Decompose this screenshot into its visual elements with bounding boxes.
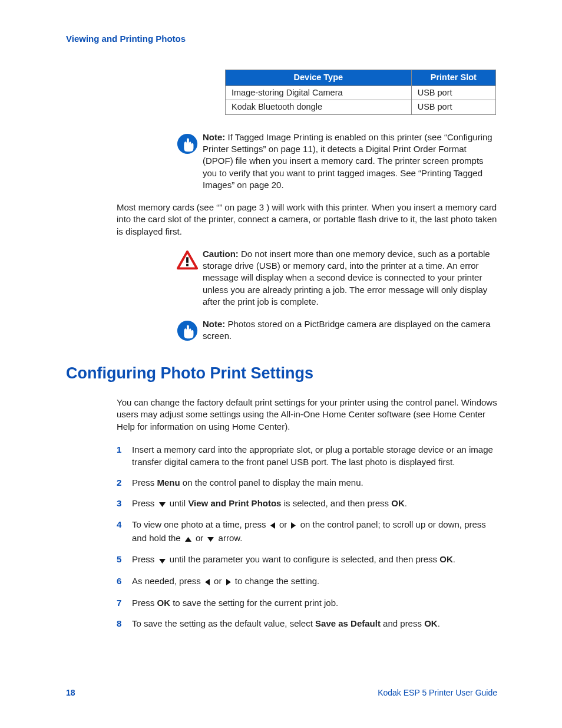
step-item: Insert a memory card into the appropriat… (117, 443, 497, 468)
step-text: To view one photo at a time, press (132, 519, 269, 529)
svg-rect-2 (186, 264, 189, 266)
save-default-label: Save as Default (315, 618, 381, 628)
caution-label: Caution: (203, 249, 239, 259)
note-body: If Tagged Image Printing is enabled on t… (203, 132, 492, 190)
step-text: to save the setting for the current prin… (170, 598, 338, 608)
step-text: until (167, 498, 189, 508)
page-number: 18 (66, 687, 75, 699)
device-type-cell: Image-storing Digital Camera (226, 85, 412, 100)
caution-body: Do not insert more than one memory devic… (203, 249, 490, 307)
note-text: Note: Photos stored on a PictBridge came… (203, 318, 497, 342)
down-arrow-icon (207, 532, 214, 545)
step-text: or (211, 576, 224, 586)
table-row: Image-storing Digital Camera USB port (226, 85, 496, 100)
step-text: To save the setting as the default value… (132, 618, 315, 628)
ok-label: OK (157, 598, 171, 608)
caution-text: Caution: Do not insert more than one mem… (203, 248, 497, 308)
step-text: Press (132, 554, 157, 564)
ok-label: OK (424, 618, 438, 628)
note-block: Note: If Tagged Image Printing is enable… (172, 131, 497, 191)
step-text: or (193, 533, 206, 543)
step-text: Press (132, 477, 157, 487)
note-block: Note: Photos stored on a PictBridge came… (172, 318, 497, 342)
intro-paragraph: You can change the factory default print… (117, 397, 497, 433)
step-text: to change the setting. (233, 576, 320, 586)
step-item: Press until View and Print Photos is sel… (117, 497, 497, 510)
step-item: Press Menu on the control panel to displ… (117, 476, 497, 489)
step-item: Press OK to save the setting for the cur… (117, 597, 497, 609)
step-text: . (453, 554, 455, 564)
menu-label: Menu (157, 477, 180, 487)
right-arrow-icon (226, 576, 231, 588)
running-header: Viewing and Printing Photos (66, 33, 497, 45)
caution-block: Caution: Do not insert more than one mem… (172, 248, 497, 308)
hand-icon (172, 131, 203, 155)
step-text: or (277, 519, 290, 529)
step-item: To view one photo at a time, press or on… (117, 518, 497, 545)
step-text: on the control panel to display the main… (180, 477, 363, 487)
device-table-header-slot: Printer Slot (411, 70, 495, 86)
step-text: until the parameter you want to configur… (167, 554, 440, 564)
body-paragraph: Most memory cards (see “” on page 3 ) wi… (117, 202, 497, 238)
step-text: and press (381, 618, 424, 628)
left-arrow-icon (270, 519, 275, 532)
table-row: Kodak Bluetooth dongle USB port (226, 100, 496, 115)
device-table: Device Type Printer Slot Image-storing D… (225, 70, 496, 115)
step-item: As needed, press or to change the settin… (117, 575, 497, 588)
printer-slot-cell: USB port (411, 85, 495, 100)
device-type-cell: Kodak Bluetooth dongle (226, 100, 412, 115)
step-item: To save the setting as the default value… (117, 617, 497, 630)
step-text: Press (132, 598, 157, 608)
right-arrow-icon (291, 519, 296, 532)
step-item: Press until the parameter you want to co… (117, 553, 497, 566)
footer-guide-title: Kodak ESP 5 Printer User Guide (378, 687, 497, 699)
step-text: arrow. (216, 533, 242, 543)
ok-label: OK (391, 498, 405, 508)
step-text: is selected, and then press (281, 498, 391, 508)
note-label: Note: (203, 319, 225, 329)
note-label: Note: (203, 132, 225, 142)
step-text: Press (132, 498, 157, 508)
down-arrow-icon (159, 498, 166, 510)
steps-list: Insert a memory card into the appropriat… (117, 443, 497, 630)
device-table-header-type: Device Type (226, 70, 412, 86)
hand-icon (172, 318, 203, 342)
note-body: Photos stored on a PictBridge camera are… (203, 319, 491, 341)
left-arrow-icon (205, 576, 210, 588)
step-text: . (438, 618, 440, 628)
section-heading: Configuring Photo Print Settings (66, 363, 497, 384)
down-arrow-icon (159, 554, 166, 566)
warning-icon (172, 248, 203, 272)
printer-slot-cell: USB port (411, 100, 495, 115)
up-arrow-icon (185, 532, 191, 545)
page-footer: 18 Kodak ESP 5 Printer User Guide (66, 687, 497, 699)
step-text: . (405, 498, 407, 508)
step-text: As needed, press (132, 576, 203, 586)
view-print-label: View and Print Photos (188, 498, 281, 508)
svg-rect-1 (186, 257, 189, 263)
ok-label: OK (439, 554, 453, 564)
note-text: Note: If Tagged Image Printing is enable… (203, 131, 497, 191)
